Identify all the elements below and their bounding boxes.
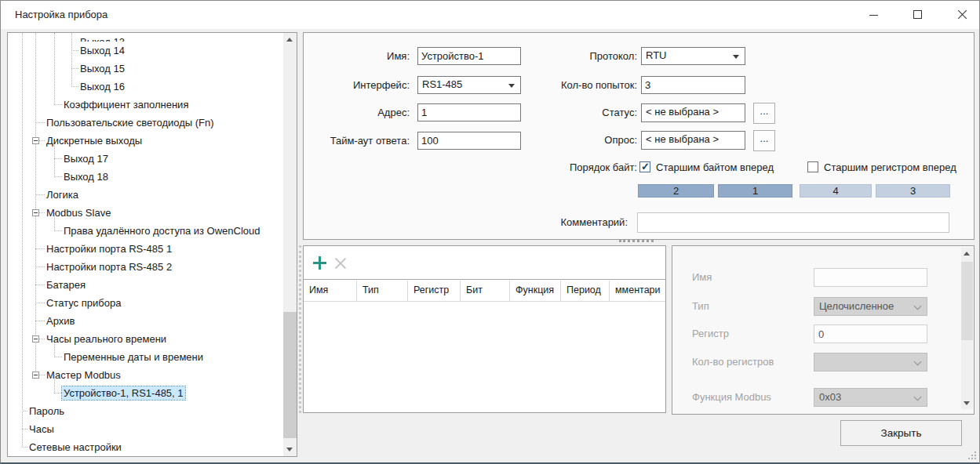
status-label: Статус: — [523, 107, 637, 118]
column-header[interactable]: Бит — [461, 281, 510, 301]
tree-item[interactable]: Переменные даты и времени — [8, 348, 282, 366]
tree-item[interactable]: Выход 16 — [8, 78, 282, 96]
minimize-button[interactable] — [856, 1, 892, 29]
tree-item[interactable]: Пользовательские светодиоды (Fn) — [8, 114, 282, 132]
scroll-up-icon[interactable] — [964, 252, 970, 256]
register-first-checkbox[interactable] — [807, 161, 818, 172]
device-settings-dialog: Настройка прибора Выход 13 Выход 14 Выхо… — [0, 0, 980, 464]
form-scrollbar[interactable] — [961, 248, 973, 409]
var-register-label: Регистр — [692, 328, 729, 339]
chevron-down-icon — [914, 303, 922, 310]
collapse-icon[interactable] — [32, 372, 39, 379]
tree-item[interactable]: Пароль — [8, 402, 282, 420]
tree-item[interactable]: Выход 18 — [8, 168, 282, 186]
tree-item[interactable]: Выход 14 — [8, 42, 282, 60]
tree-item[interactable]: Часы реального времени — [8, 330, 282, 348]
timeout-label: Тайм-аут ответа: — [304, 135, 410, 147]
window-title: Настройка прибора — [15, 9, 107, 20]
tree-item[interactable]: Архив — [8, 312, 282, 330]
interface-label: Интерфейс: — [304, 79, 410, 91]
comment-label: Комментарий: — [445, 216, 628, 228]
scrollbar-thumb[interactable] — [283, 312, 297, 438]
tree-item[interactable]: Настройки порта RS-485 2 — [8, 258, 282, 276]
column-header[interactable]: Функция — [510, 281, 561, 301]
tree-item[interactable]: Выход 13 — [8, 33, 282, 42]
scroll-down-icon[interactable] — [286, 448, 293, 451]
comment-input[interactable] — [637, 212, 949, 233]
collapse-icon[interactable] — [32, 209, 39, 216]
tree-item[interactable]: Сетевые настройки — [8, 438, 282, 456]
tree-item[interactable]: Логика — [8, 186, 282, 204]
poll-browse-button[interactable]: ... — [753, 130, 775, 151]
byte-box-3: 3 — [876, 184, 950, 198]
tree-item-selected[interactable]: Устройство-1, RS1-485, 1 — [8, 384, 282, 402]
var-register-count-select — [814, 353, 927, 372]
tree-scrollbar[interactable] — [283, 33, 297, 456]
variables-table-panel: Имя Тип Регистр Бит Функция Период ммент… — [303, 245, 666, 413]
name-input[interactable] — [417, 47, 521, 65]
tree-item[interactable]: Коэффициент заполнения — [8, 96, 282, 114]
titlebar: Настройка прибора — [1, 1, 979, 29]
column-header[interactable]: Период — [561, 281, 610, 301]
collapse-icon[interactable] — [32, 137, 39, 144]
maximize-button[interactable] — [900, 1, 936, 29]
var-type-select: Целочисленное — [814, 297, 927, 316]
tree-item[interactable]: Выход 17 — [8, 150, 282, 168]
retries-input[interactable] — [641, 76, 745, 94]
chevron-down-icon — [914, 393, 922, 401]
byte-box-2: 2 — [638, 184, 714, 198]
collapse-icon[interactable] — [32, 335, 39, 343]
chevron-down-icon — [733, 55, 739, 59]
column-header[interactable]: Регистр — [408, 281, 461, 301]
tree-item[interactable]: Настройки порта RS-485 1 — [8, 240, 282, 258]
close-button[interactable] — [944, 1, 980, 29]
column-header[interactable]: мментари — [610, 281, 667, 301]
tree-item[interactable]: Батарея — [8, 276, 282, 294]
scroll-up-icon[interactable] — [286, 38, 293, 42]
tree-item[interactable]: Выход 15 — [8, 60, 282, 78]
retries-label: Кол-во попыток: — [523, 79, 637, 91]
address-label: Адрес: — [304, 107, 410, 118]
var-register-input — [814, 324, 927, 343]
protocol-select[interactable]: RTU — [641, 47, 745, 65]
tree-item[interactable]: Права удалённого доступа из OwenCloud — [8, 222, 282, 240]
status-value[interactable]: < не выбрана > — [641, 103, 745, 122]
scrollbar-thumb[interactable] — [961, 262, 973, 340]
poll-label: Опрос: — [523, 134, 637, 146]
resize-grip-icon[interactable] — [968, 451, 976, 459]
byte-first-checkbox[interactable] — [639, 161, 650, 172]
column-header[interactable]: Тип — [357, 281, 408, 301]
tree-item[interactable]: Modbus Slave — [8, 204, 282, 222]
byte-order-label: Порядок байт: — [523, 161, 637, 173]
interface-select[interactable]: RS1-485 — [417, 76, 521, 94]
chevron-down-icon — [914, 358, 922, 366]
device-form-panel: Имя: Интерфейс: RS1-485 Адрес: Тайм-аут … — [303, 32, 975, 240]
status-browse-button[interactable]: ... — [753, 103, 775, 124]
vertical-splitter[interactable] — [299, 245, 301, 413]
address-input[interactable] — [417, 103, 521, 121]
tree-item[interactable]: Статус прибора — [8, 294, 282, 312]
var-modbus-function-label: Функция Modbus — [692, 391, 771, 403]
register-first-checkbox-label[interactable]: Старшим регистром вперед — [824, 161, 956, 173]
add-variable-icon[interactable] — [313, 256, 326, 270]
column-header[interactable]: Имя — [304, 281, 357, 301]
minimize-icon — [869, 15, 878, 16]
delete-variable-icon[interactable] — [333, 256, 348, 270]
horizontal-splitter[interactable] — [619, 240, 654, 242]
chevron-down-icon — [508, 84, 515, 88]
byte-box-4: 4 — [800, 184, 872, 198]
close-icon — [957, 10, 967, 20]
variable-form-panel: Имя Тип Целочисленное Регистр Кол-во рег… — [672, 245, 975, 415]
tree-item[interactable]: Дискретные выходы — [8, 132, 282, 150]
scroll-down-icon[interactable] — [964, 401, 970, 405]
close-dialog-button[interactable]: Закрыть — [840, 420, 962, 446]
var-register-count-label: Кол-во регистров — [692, 356, 774, 368]
variables-toolbar — [304, 246, 665, 280]
tree-item[interactable]: Часы — [8, 420, 282, 438]
poll-value[interactable]: < не выбрана > — [641, 131, 745, 150]
name-label: Имя: — [304, 50, 410, 62]
byte-first-checkbox-label[interactable]: Старшим байтом вперед — [656, 161, 774, 173]
tree-item[interactable]: Мастер Modbus — [8, 366, 282, 384]
timeout-input[interactable] — [417, 132, 521, 150]
var-name-input — [814, 268, 927, 287]
